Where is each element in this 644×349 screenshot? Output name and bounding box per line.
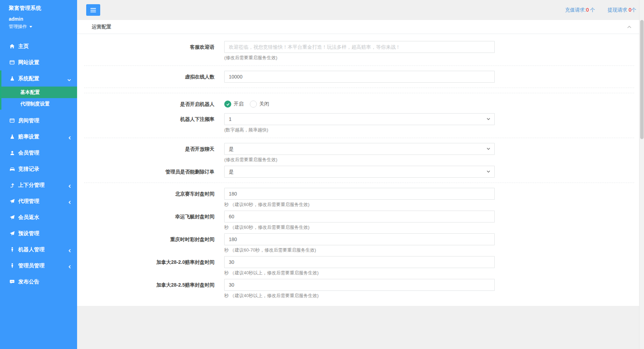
flask-icon — [9, 76, 15, 81]
paper-plane-icon — [9, 215, 15, 220]
car-icon — [9, 167, 15, 171]
sidebar-subitem-agent-policy[interactable]: 代理制度设置 — [0, 98, 77, 110]
group-separator — [84, 183, 634, 183]
operations-config-panel: 运营配置 客服欢迎语 (修改后需要重启服务生效) 虚拟在线人数 — [77, 20, 639, 306]
scrollbar-thumb[interactable] — [640, 20, 644, 139]
person-icon — [9, 247, 15, 252]
radio-label: 开启 — [234, 101, 244, 107]
sidebar-item-odds-settings[interactable]: 赔率设置 — [0, 129, 77, 145]
flask-icon — [9, 134, 15, 139]
window-icon — [9, 118, 15, 123]
sidebar-item-system-config[interactable]: 系统配置 — [0, 70, 77, 87]
form-row: 虚拟在线人数 — [84, 71, 634, 83]
sidebar-item-agent-management[interactable]: 代理管理 — [0, 193, 77, 209]
robot-enable-radio-group: 开启 关闭 — [224, 98, 495, 110]
form-row: 机器人下注频率 1 (数字越高，频率越快) — [84, 113, 634, 133]
chevron-left-icon — [68, 135, 71, 141]
admin-delete-order-select[interactable]: 是 — [224, 166, 495, 178]
field-label: 是否开启机器人 — [84, 98, 224, 110]
chevron-left-icon — [68, 264, 71, 270]
person-icon — [9, 263, 15, 268]
group-separator — [84, 88, 634, 88]
collapse-panel-icon[interactable] — [627, 26, 631, 28]
group-separator — [84, 93, 634, 93]
sidebar-subitem-basic-config[interactable]: 基本配置 — [0, 87, 77, 98]
field-label: 重庆时时彩封盘时间 — [84, 233, 224, 253]
field-note: 秒 （建议60秒，修改后需要重启服务生效) — [224, 202, 495, 207]
sidebar-item-site-settings[interactable]: 网站设置 — [0, 54, 77, 70]
sidebar-item-label: 管理员管理 — [18, 262, 44, 269]
form-row: 是否开放聊天 是 (修改后需要重启服务生效) — [84, 143, 634, 163]
field-note: 秒 （建议60秒，修改后需要重启服务生效) — [224, 225, 495, 230]
sidebar-item-member-rebate[interactable]: 会员返水 — [0, 209, 77, 225]
field-label: 客服欢迎语 — [84, 41, 224, 61]
canada28-20-close-time-input[interactable] — [224, 256, 495, 268]
welcome-message-input[interactable] — [224, 41, 495, 53]
sidebar-item-label: 赔率设置 — [18, 134, 39, 140]
virtual-online-count-input[interactable] — [224, 71, 495, 83]
sidebar-nav: 主页 网站设置 系统配置 — [0, 38, 77, 290]
form-row: 客服欢迎语 (修改后需要重启服务生效) — [84, 41, 634, 61]
sidebar-item-home[interactable]: 主页 — [0, 38, 77, 54]
sidebar-item-label: 上下分管理 — [18, 182, 44, 189]
field-note: (数字越高，频率越快) — [224, 127, 495, 133]
sidebar-item-points-management[interactable]: 上下分管理 — [0, 177, 77, 193]
sidebar-item-robot-management[interactable]: 机器人管理 — [0, 241, 77, 258]
chat-open-select[interactable]: 是 — [224, 143, 495, 155]
user-menu-label: 管理操作 — [9, 23, 27, 30]
cq-ssc-close-time-input[interactable] — [224, 233, 495, 245]
user-menu-dropdown[interactable]: 管理操作 — [0, 22, 77, 30]
sidebar-section-system-config: 系统配置 基本配置 代理制度设置 — [0, 70, 77, 110]
sidebar-item-publish-announcement[interactable]: 发布公告 — [0, 274, 77, 290]
lucky-airship-close-time-input[interactable] — [224, 211, 495, 223]
panel-body: 客服欢迎语 (修改后需要重启服务生效) 虚拟在线人数 — [77, 34, 639, 306]
bj-racing-close-time-input[interactable] — [224, 188, 495, 200]
field-note: (修改后需要重启服务生效) — [224, 157, 495, 163]
window-icon — [9, 60, 15, 65]
form-row: 重庆时时彩封盘时间 秒 （建议60-70秒，修改后需要重启服务生效) — [84, 233, 634, 253]
sidebar-toggle-button[interactable] — [86, 4, 100, 16]
sidebar-item-label: 会员管理 — [18, 150, 39, 156]
current-user: admin — [0, 12, 77, 22]
form-row: 加拿大28-2.0赔率封盘时间 秒 （建议40秒以上，修改后需要重启服务生效) — [84, 256, 634, 276]
robot-frequency-select[interactable]: 1 — [224, 113, 495, 125]
main-area: 充值请求:0 个 提现请求 0个 运营配置 客服欢迎语 (修改后需要重启服务生效… — [77, 0, 639, 349]
group-separator — [84, 138, 634, 138]
field-label: 是否开放聊天 — [84, 143, 224, 163]
field-label: 机器人下注频率 — [84, 113, 224, 133]
withdraw-request-count: 0 — [629, 7, 631, 13]
field-label: 管理员是否能删除订单 — [84, 166, 224, 178]
form-row: 北京赛车封盘时间 秒 （建议60秒，修改后需要重启服务生效) — [84, 188, 634, 207]
panel-header: 运营配置 — [77, 20, 639, 34]
transfer-icon — [9, 183, 15, 187]
comment-icon — [9, 279, 15, 284]
sidebar-item-room-management[interactable]: 房间管理 — [0, 112, 77, 129]
canada28-25-close-time-input[interactable] — [224, 279, 495, 291]
sidebar-item-bet-records[interactable]: 竞猜记录 — [0, 161, 77, 177]
form-row: 加拿大28-2.5赔率封盘时间 秒 （建议40秒以上，修改后需要重启服务生效) — [84, 279, 634, 299]
page-scrollbar[interactable] — [639, 0, 644, 349]
field-label: 北京赛车封盘时间 — [84, 188, 224, 207]
robot-off-radio[interactable] — [250, 101, 257, 108]
hamburger-icon — [90, 8, 96, 9]
sidebar-subitem-label: 基本配置 — [20, 89, 40, 96]
sidebar-item-label: 发布公告 — [18, 279, 39, 285]
field-note: 秒 （建议40秒以上，修改后需要重启服务生效) — [224, 270, 495, 276]
field-label: 加拿大28-2.5赔率封盘时间 — [84, 279, 224, 299]
sidebar-item-admin-management[interactable]: 管理员管理 — [0, 258, 77, 274]
chevron-left-icon — [68, 199, 71, 205]
withdraw-requests-link[interactable]: 提现请求 0个 — [608, 7, 636, 13]
sidebar-item-member-management[interactable]: 会员管理 — [0, 145, 77, 161]
form-row: 是否开启机器人 开启 关闭 — [84, 98, 634, 110]
sidebar-item-preset-management[interactable]: 预设管理 — [0, 225, 77, 241]
panel-title: 运营配置 — [92, 24, 111, 30]
robot-on-radio[interactable] — [224, 101, 231, 108]
paper-plane-icon — [9, 231, 15, 236]
radio-label: 关闭 — [259, 101, 269, 107]
sidebar-subitem-label: 代理制度设置 — [20, 101, 50, 107]
topbar: 充值请求:0 个 提现请求 0个 — [77, 0, 639, 20]
chevron-left-icon — [68, 248, 71, 254]
app-title: 聚富管理系统 — [0, 0, 77, 12]
sidebar-item-label: 会员返水 — [18, 214, 39, 221]
deposit-requests-link[interactable]: 充值请求:0 个 — [565, 7, 595, 13]
